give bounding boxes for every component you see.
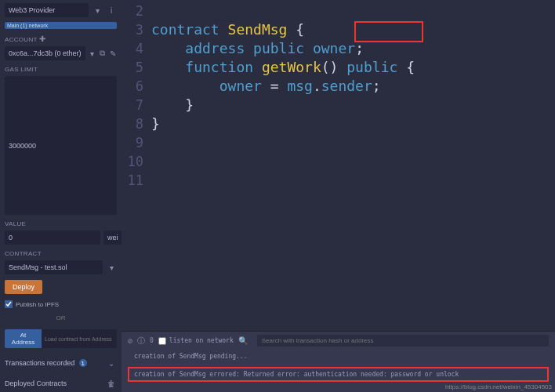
contract-select[interactable]: SendMsg - test.sol — [5, 260, 103, 274]
deploy-sidebar: Web3 Provider ▾ i Main (1) network ACCOU… — [0, 0, 122, 392]
code-line: 5 function getWork() public { — [122, 58, 555, 77]
terminal-info-icon[interactable]: ⓘ — [137, 336, 145, 347]
code-line: 10 — [122, 152, 555, 171]
env-caret-icon: ▾ — [92, 5, 103, 16]
deploy-button[interactable]: Deploy — [5, 280, 42, 294]
terminal-log-pending: creation of SendMsg pending... — [128, 351, 549, 362]
trash-icon[interactable]: 🗑 — [106, 378, 117, 389]
line-number: 11 — [122, 171, 151, 190]
env-info-icon[interactable]: i — [106, 5, 117, 16]
value-unit-select[interactable]: wei — [103, 230, 122, 245]
code-content: owner = msg.sender; — [151, 77, 381, 96]
code-content — [151, 2, 160, 20]
listen-network-checkbox[interactable] — [158, 337, 166, 345]
code-line: 2 — [122, 2, 555, 20]
code-line: 9 — [122, 133, 555, 152]
terminal-error-message: creation of SendMsg errored: Returned er… — [128, 367, 549, 382]
code-content — [151, 171, 160, 190]
code-line: 6 owner = msg.sender; — [122, 77, 555, 96]
watermark-text: https://blog.csdn.net/weixin_45304503 — [445, 383, 552, 390]
line-number: 3 — [122, 20, 151, 39]
copy-icon[interactable]: ⧉ — [99, 48, 106, 59]
line-number: 2 — [122, 2, 151, 20]
transactions-count-badge: 1 — [79, 359, 87, 367]
edit-icon[interactable]: ✎ — [110, 48, 117, 59]
code-line: 3contract SendMsg { — [122, 20, 555, 39]
code-line: 7 } — [122, 96, 555, 114]
code-line: 11 — [122, 171, 555, 190]
account-label: ACCOUNT ✚ — [5, 34, 117, 43]
gaslimit-input[interactable] — [5, 76, 117, 215]
deployed-contracts-row[interactable]: Deployed Contracts 🗑 — [5, 378, 117, 389]
code-content: contract SendMsg { — [151, 20, 304, 39]
account-select[interactable]: 0xc6a...7dc3b (0 ether) — [5, 46, 85, 60]
line-number: 9 — [122, 133, 151, 152]
publish-ipfs-label: Publish to IPFS — [16, 301, 59, 308]
caret-down-icon: ▾ — [89, 48, 96, 59]
code-content: } — [151, 114, 160, 133]
main-area: 2 3contract SendMsg {4 address public ow… — [122, 0, 555, 392]
network-badge: Main (1) network — [5, 22, 117, 29]
code-content — [151, 152, 160, 171]
value-label: VALUE — [5, 220, 117, 227]
search-icon[interactable]: 🔍 — [238, 336, 248, 345]
at-address-button[interactable]: At Address — [5, 329, 42, 348]
line-number: 7 — [122, 96, 151, 114]
contract-label: CONTRACT — [5, 250, 117, 257]
environment-select[interactable]: Web3 Provider — [5, 3, 89, 17]
line-number: 10 — [122, 152, 151, 171]
or-divider: OR — [5, 314, 117, 321]
caret-down-icon: ▾ — [106, 262, 117, 273]
gaslimit-label: GAS LIMIT — [5, 66, 117, 73]
code-content: address public owner; — [151, 39, 364, 58]
code-line: 8} — [122, 114, 555, 133]
line-number: 8 — [122, 114, 151, 133]
code-content: function getWork() public { — [151, 58, 415, 77]
code-editor[interactable]: 2 3contract SendMsg {4 address public ow… — [122, 0, 555, 331]
code-content: } — [151, 96, 194, 114]
terminal-clear-icon[interactable]: ⊘ — [128, 336, 132, 345]
at-address-input[interactable] — [42, 329, 117, 348]
transactions-recorded-row[interactable]: Transactions recorded 1 ⌄ — [5, 358, 117, 368]
deployed-contracts-label: Deployed Contracts — [5, 379, 67, 387]
transactions-recorded-label: Transactions recorded — [5, 359, 74, 367]
line-number: 4 — [122, 39, 151, 58]
chevron-down-icon[interactable]: ⌄ — [106, 358, 117, 368]
account-add-icon[interactable]: ✚ — [39, 34, 45, 43]
publish-ipfs-row[interactable]: Publish to IPFS — [5, 300, 117, 308]
listen-network-row[interactable]: listen on network — [158, 337, 234, 345]
publish-ipfs-checkbox[interactable] — [5, 300, 13, 308]
terminal-zero: 0 — [150, 337, 154, 344]
terminal-search-input[interactable] — [257, 335, 549, 347]
value-amount-input[interactable] — [5, 230, 100, 245]
code-line: 4 address public owner; — [122, 39, 555, 58]
line-number: 5 — [122, 58, 151, 77]
code-content — [151, 133, 160, 152]
listen-network-label: listen on network — [169, 337, 234, 344]
line-number: 6 — [122, 77, 151, 96]
